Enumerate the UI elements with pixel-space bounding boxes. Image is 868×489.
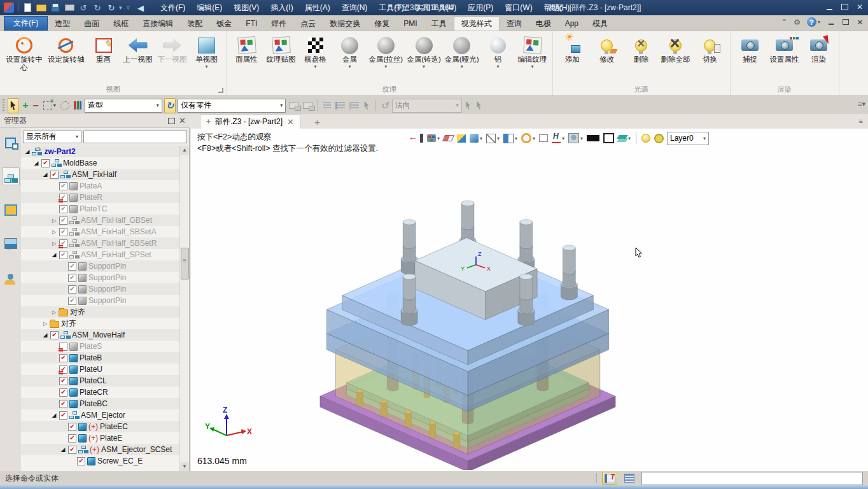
tree-scrollbar[interactable]: ▲ ▼: [179, 146, 189, 471]
ribbon-tab-钣金[interactable]: 钣金: [209, 17, 239, 31]
background-icon[interactable]: ▾: [568, 133, 584, 143]
ribbon-tab-文件(F)[interactable]: 文件(F): [4, 16, 48, 31]
manager-float-button[interactable]: [168, 118, 175, 124]
doc-minimize-button[interactable]: [827, 18, 835, 26]
tree-node-对齐[interactable]: ▷对齐: [21, 306, 180, 318]
ribbon-tab-造型[interactable]: 造型: [48, 17, 77, 31]
lasso-pick-icon[interactable]: [59, 99, 71, 113]
tree-node-PlateBC[interactable]: ✔PlateBC: [21, 398, 180, 409]
menu-文件(F)[interactable]: 文件(F): [155, 0, 191, 15]
ribbon-tab-电极[interactable]: 电极: [529, 17, 558, 31]
scope-combo[interactable]: 仅有零件▾: [178, 99, 286, 113]
expand-open-icon[interactable]: ◢: [41, 332, 49, 338]
tree-node-SupportPin[interactable]: ✔SupportPin: [21, 295, 180, 306]
ribbon-button-texture-map[interactable]: 纹理贴图: [264, 33, 298, 85]
scroll-up-icon[interactable]: ▲: [180, 146, 189, 155]
tree-node-PlateS[interactable]: PlateS: [21, 341, 180, 352]
ribbon-button-metal[interactable]: 金属▾: [333, 33, 367, 85]
ribbon-button-render-props[interactable]: 设置属性: [767, 33, 802, 85]
menu-应用(P)[interactable]: 应用(P): [462, 0, 499, 15]
exit-assembly-icon[interactable]: [409, 134, 424, 143]
visibility-checkbox[interactable]: ✔: [68, 262, 76, 271]
scroll-thumb[interactable]: [181, 248, 189, 280]
layer-combo[interactable]: Layer0▾: [667, 132, 709, 145]
ribbon-button-rotate-center[interactable]: 设置旋转中心: [3, 33, 46, 85]
assembly-3d-model[interactable]: YXZ: [191, 129, 868, 470]
toolbar-overflow-icon[interactable]: ≡▾: [858, 100, 865, 108]
command-input[interactable]: [641, 472, 863, 485]
window-icon[interactable]: [538, 134, 549, 142]
tree-node-PlateU[interactable]: ✔PlateU: [21, 364, 180, 375]
visibility-checkbox[interactable]: ✔: [41, 159, 50, 167]
visibility-checkbox[interactable]: ✔: [59, 182, 67, 190]
expand-open-icon[interactable]: ◢: [41, 171, 49, 178]
display-attributes-icon[interactable]: ▾: [426, 134, 440, 142]
visibility-checkbox[interactable]: ✔: [59, 354, 67, 362]
expand-open-icon[interactable]: ◢: [59, 446, 67, 453]
tree-node-PlateEC[interactable]: ✔(+)PlateEC: [21, 421, 180, 432]
quickbar-options-icon[interactable]: ▿: [127, 4, 133, 11]
shaded-cube-icon[interactable]: ▾: [469, 134, 483, 143]
wireframe-cube-icon[interactable]: ▾: [486, 134, 500, 143]
visibility-checkbox[interactable]: ✔: [50, 331, 59, 339]
tree-node-zw-Part2[interactable]: ◢✎zw-Part2: [21, 146, 180, 157]
filter-combo[interactable]: 造型▾: [85, 99, 162, 113]
expand-open-icon[interactable]: ◢: [50, 412, 58, 418]
ribbon-button-edit-texture[interactable]: 编辑纹理▾: [515, 33, 550, 85]
ribbon-button-metal-matte[interactable]: 金属(哑光)▾: [443, 33, 481, 85]
ribbon-tab-数据交换[interactable]: 数据交换: [323, 17, 367, 31]
ribbon-button-render[interactable]: 渲染: [802, 33, 836, 85]
ribbon-button-light-delete-all[interactable]: 删除全部: [659, 33, 693, 85]
expand-open-icon[interactable]: ◢: [32, 160, 40, 166]
tree-search-input[interactable]: [83, 131, 187, 143]
ribbon-button-single-view[interactable]: 单视图▾: [190, 33, 224, 85]
history-manager-icon[interactable]: [2, 167, 20, 185]
help-icon[interactable]: ?▾: [807, 17, 820, 27]
ribbon-tab-点云[interactable]: 点云: [293, 17, 323, 31]
ribbon-button-checker[interactable]: 棋盘格▾: [298, 33, 333, 85]
new-file-icon[interactable]: [21, 2, 34, 13]
tree-node-SupportPin[interactable]: ✔SupportPin: [21, 283, 180, 295]
manager-close-button[interactable]: ✕: [179, 118, 186, 124]
visibility-checkbox[interactable]: ✔: [68, 297, 76, 305]
list-icon[interactable]: [622, 472, 636, 484]
gear-icon[interactable]: ⚙: [794, 18, 801, 27]
ribbon-button-rotate-axis[interactable]: 设定旋转轴: [46, 33, 87, 85]
ribbon-tab-修复[interactable]: 修复: [367, 17, 396, 31]
tree-node-ASM_Ejector_SCSet[interactable]: ◢✔(+)ASM_Ejector_SCSet: [21, 444, 180, 455]
document-tab[interactable]: + 部件.Z3 - [zw-Part2] ✕: [200, 114, 300, 129]
visibility-checkbox[interactable]: ✔: [59, 251, 67, 259]
tree-node-PlateR[interactable]: ✔PlateR: [21, 192, 180, 203]
tree-node-SupportPin[interactable]: ✔SupportPin: [21, 260, 180, 272]
toolbar-grip[interactable]: [3, 99, 4, 112]
visibility-checkbox[interactable]: ✔: [59, 400, 67, 408]
field-toggle-icon[interactable]: [602, 472, 617, 485]
ribbon-button-light-modify[interactable]: 修改: [590, 33, 624, 85]
ribbon-tab-PMI[interactable]: PMI: [396, 17, 424, 31]
tree-node-ASM_Ejector[interactable]: ◢✔ASM_Ejector: [21, 409, 180, 421]
ribbon-tab-视觉样式[interactable]: 视觉样式: [454, 17, 500, 31]
tree-node-ASM_FixHalf_SBSetR[interactable]: ▷✔ASM_FixHalf_SBSetR: [21, 237, 180, 249]
expand-closed-icon[interactable]: ▷: [50, 241, 58, 246]
expand-closed-icon[interactable]: ▷: [50, 218, 58, 223]
visual-manager-icon[interactable]: [3, 235, 19, 252]
ribbon-tab-直接编辑[interactable]: 直接编辑: [136, 17, 180, 31]
redo-icon[interactable]: ↻: [91, 2, 104, 13]
tree-node-对齐[interactable]: ▷对齐: [21, 318, 180, 329]
expand-closed-icon[interactable]: ▷: [41, 321, 49, 327]
ribbon-button-prev-view[interactable]: 上一视图: [121, 33, 155, 85]
visibility-checkbox[interactable]: ✔: [59, 388, 67, 397]
shade-modes-icon[interactable]: [456, 134, 466, 143]
ribbon-tab-App[interactable]: App: [558, 17, 585, 31]
scroll-down-icon[interactable]: ▼: [180, 462, 189, 471]
reorient-icon[interactable]: [164, 98, 176, 113]
zoom-tools-icon[interactable]: ▾: [521, 133, 536, 143]
doc-restore-button[interactable]: [841, 18, 850, 26]
layers-icon[interactable]: ▾: [617, 135, 631, 141]
expand-closed-icon[interactable]: ▷: [50, 309, 58, 315]
expand-open-icon[interactable]: ◢: [24, 148, 31, 155]
ribbon-tab-FTI[interactable]: FTI: [239, 17, 264, 31]
open-file-icon[interactable]: [35, 2, 48, 13]
tree-node-PlateCR[interactable]: ✔PlateCR: [21, 386, 180, 398]
white-swatch[interactable]: [603, 133, 615, 143]
